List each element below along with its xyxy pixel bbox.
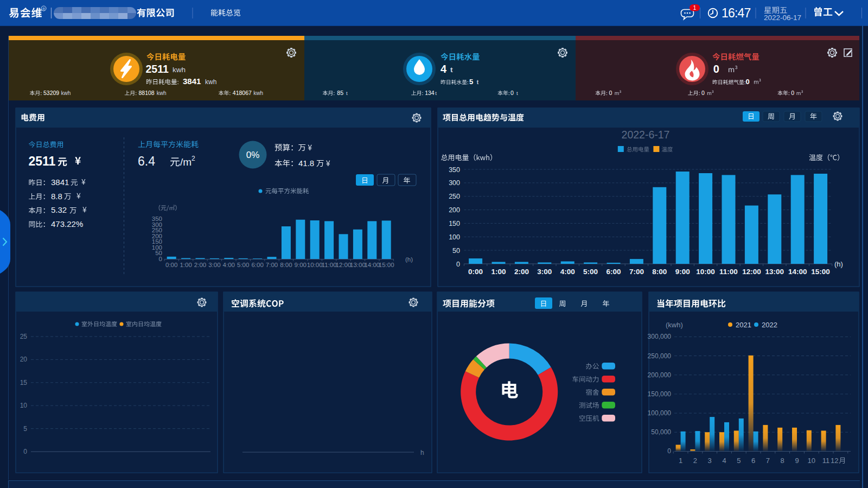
svg-text:3841: 3841 — [183, 77, 201, 86]
svg-text:7: 7 — [766, 457, 770, 465]
svg-text:1: 1 — [693, 4, 697, 11]
svg-text:7:00: 7:00 — [266, 262, 278, 268]
svg-text:5.32: 5.32 — [51, 205, 67, 214]
svg-text:9: 9 — [795, 457, 799, 465]
svg-text:1:00: 1:00 — [491, 268, 506, 276]
svg-text:(h): (h) — [405, 256, 413, 263]
svg-text:7:00: 7:00 — [629, 268, 644, 276]
svg-text:2511: 2511 — [29, 154, 56, 168]
svg-text:/m: /m — [180, 156, 192, 168]
svg-text:0: 0 — [713, 63, 719, 75]
svg-text:4: 4 — [441, 63, 447, 75]
svg-text:300: 300 — [449, 179, 460, 187]
svg-text:2: 2 — [192, 155, 195, 162]
svg-text:25: 25 — [20, 333, 28, 340]
svg-text:10: 10 — [20, 402, 28, 409]
svg-text:0:00: 0:00 — [165, 262, 177, 268]
svg-text:5: 5 — [469, 78, 473, 86]
svg-text:0: 0 — [510, 90, 514, 96]
svg-text:15: 15 — [20, 379, 28, 386]
svg-text:0: 0 — [609, 90, 612, 96]
svg-text:12:00: 12:00 — [336, 262, 352, 268]
svg-text:50,000: 50,000 — [651, 428, 671, 436]
svg-text:0: 0 — [667, 447, 671, 455]
svg-text:12: 12 — [831, 457, 838, 465]
svg-text:4:00: 4:00 — [560, 268, 575, 276]
svg-text:15:00: 15:00 — [811, 268, 830, 276]
svg-text:12:00: 12:00 — [742, 268, 761, 276]
svg-text:10:00: 10:00 — [307, 262, 323, 268]
svg-text:418067: 418067 — [233, 90, 252, 96]
svg-text:9:00: 9:00 — [295, 262, 307, 268]
svg-text:41.8: 41.8 — [298, 159, 314, 168]
svg-text:10:00: 10:00 — [696, 268, 715, 276]
svg-text:88108: 88108 — [139, 90, 155, 96]
svg-text:R: R — [42, 7, 45, 11]
svg-text:0: 0 — [791, 90, 794, 96]
svg-text:150: 150 — [449, 220, 460, 227]
svg-text:0: 0 — [746, 78, 750, 86]
svg-text:kwh: kwh — [173, 66, 186, 74]
svg-text:100: 100 — [449, 233, 460, 241]
svg-text:t: t — [435, 90, 437, 96]
svg-text:11: 11 — [822, 457, 830, 465]
svg-text:0: 0 — [159, 256, 162, 262]
svg-text:2022-06-17: 2022-06-17 — [764, 14, 801, 22]
svg-text:1:00: 1:00 — [180, 262, 192, 268]
svg-text:250: 250 — [449, 193, 460, 200]
svg-text:16:47: 16:47 — [722, 6, 751, 20]
svg-text:11:00: 11:00 — [322, 262, 337, 268]
svg-text:9:00: 9:00 — [675, 268, 690, 276]
svg-text:5: 5 — [737, 457, 741, 465]
svg-text:6:00: 6:00 — [251, 262, 263, 268]
svg-text:8.8: 8.8 — [51, 192, 62, 201]
svg-text:20: 20 — [20, 356, 28, 363]
svg-text:250,000: 250,000 — [648, 352, 672, 360]
svg-text:kwh: kwh — [61, 90, 71, 96]
svg-text:3841: 3841 — [51, 178, 69, 187]
svg-text:150,000: 150,000 — [648, 390, 672, 398]
svg-text:(kwh): (kwh) — [666, 321, 683, 329]
svg-text:8:00: 8:00 — [652, 268, 667, 276]
svg-text:kwh: kwh — [205, 78, 216, 86]
svg-text:13:00: 13:00 — [350, 262, 366, 268]
svg-text:2021: 2021 — [736, 321, 751, 329]
svg-text:0:00: 0:00 — [468, 268, 483, 276]
svg-text:8: 8 — [781, 457, 784, 465]
svg-text:14:00: 14:00 — [364, 262, 380, 268]
svg-text:5: 5 — [23, 425, 27, 433]
svg-text:2:00: 2:00 — [514, 268, 529, 276]
svg-text:85: 85 — [337, 90, 343, 96]
svg-text:8:00: 8:00 — [280, 262, 292, 268]
svg-text:13:00: 13:00 — [765, 268, 784, 276]
svg-text:473.22%: 473.22% — [51, 219, 83, 229]
svg-text:300,000: 300,000 — [648, 333, 672, 340]
svg-text:4:00: 4:00 — [223, 262, 235, 268]
svg-text:6.4: 6.4 — [138, 154, 155, 168]
svg-text:t: t — [516, 90, 518, 96]
svg-text:15:00: 15:00 — [379, 262, 394, 268]
svg-text:2511: 2511 — [146, 63, 169, 75]
svg-text:t: t — [346, 90, 348, 96]
svg-text:11:00: 11:00 — [719, 268, 738, 276]
svg-text:0: 0 — [456, 261, 460, 268]
svg-text:5:00: 5:00 — [237, 262, 249, 268]
svg-text:kwh: kwh — [253, 90, 263, 96]
svg-text:200,000: 200,000 — [648, 371, 672, 379]
svg-text:6: 6 — [751, 457, 755, 465]
svg-text:t: t — [450, 66, 453, 74]
svg-text:2:00: 2:00 — [194, 262, 206, 268]
svg-text:1: 1 — [679, 457, 682, 465]
svg-text:(h): (h) — [834, 260, 843, 268]
svg-text:3:00: 3:00 — [537, 268, 552, 276]
svg-text:4: 4 — [722, 457, 726, 465]
svg-text:kwh: kwh — [157, 90, 167, 96]
svg-text:100,000: 100,000 — [648, 409, 672, 417]
svg-text:200: 200 — [449, 206, 460, 214]
svg-text:10: 10 — [808, 457, 815, 465]
svg-text:134: 134 — [425, 90, 435, 96]
svg-text:350: 350 — [449, 166, 460, 174]
svg-text:50: 50 — [452, 247, 460, 255]
svg-text:0%: 0% — [246, 150, 260, 160]
svg-text:3: 3 — [708, 457, 712, 465]
